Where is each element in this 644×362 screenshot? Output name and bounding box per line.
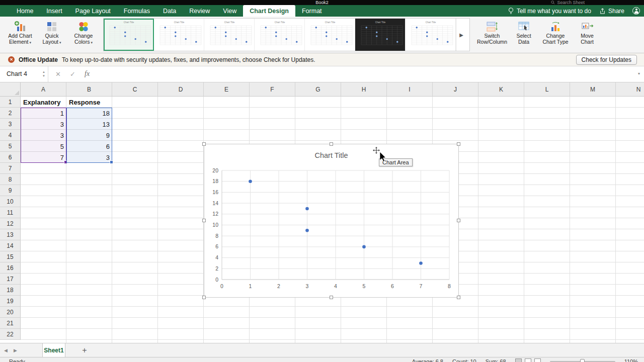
- row-header-16[interactable]: 16: [0, 262, 21, 274]
- cell-A1[interactable]: Explanatory: [21, 97, 66, 108]
- column-header-B[interactable]: B: [66, 82, 112, 97]
- chart-resize-handle[interactable]: [457, 142, 460, 146]
- tab-data[interactable]: Data: [156, 5, 183, 17]
- row-header-14[interactable]: 14: [0, 240, 21, 251]
- column-header-E[interactable]: E: [204, 82, 250, 97]
- tab-chart-design[interactable]: Chart Design: [243, 5, 295, 17]
- cell-A5[interactable]: 5: [21, 141, 66, 152]
- cell-B4[interactable]: 9: [66, 130, 112, 141]
- column-header-C[interactable]: C: [112, 82, 158, 97]
- account-avatar[interactable]: [632, 7, 640, 15]
- row-header-18[interactable]: 18: [0, 285, 21, 296]
- tab-view[interactable]: View: [216, 5, 243, 17]
- sheet-tab-sheet1[interactable]: Sheet1: [42, 343, 65, 357]
- tab-review[interactable]: Review: [183, 5, 216, 17]
- chart-style-thumb-3[interactable]: Chart Title: [204, 19, 255, 51]
- chart-resize-handle[interactable]: [330, 142, 333, 146]
- column-header-K[interactable]: K: [478, 82, 524, 97]
- switch-row-column-button[interactable]: SwitchRow/Column: [477, 19, 507, 45]
- select-data-button[interactable]: SelectData: [509, 19, 539, 45]
- expand-formula-bar-icon[interactable]: ▾: [638, 71, 640, 76]
- tab-format[interactable]: Format: [295, 5, 329, 17]
- row-header-9[interactable]: 9: [0, 185, 21, 196]
- quick-layout-button[interactable]: QuickLayout▾: [37, 19, 67, 45]
- cell-A3[interactable]: 3: [21, 119, 66, 130]
- chart-style-thumb-4[interactable]: Chart Title: [255, 19, 305, 51]
- add-chart-element-button[interactable]: Add ChartElement▾: [5, 19, 35, 45]
- chart-object[interactable]: Chart Title 02468101214161820012345678: [204, 144, 459, 298]
- share-button[interactable]: Share: [599, 8, 624, 15]
- chart-resize-handle[interactable]: [457, 219, 460, 222]
- change-colors-button[interactable]: ChangeColors▾: [68, 19, 99, 45]
- chart-style-thumb-6[interactable]: Chart Title: [355, 19, 406, 51]
- row-header-5[interactable]: 5: [0, 141, 21, 152]
- name-box[interactable]: Chart 4 ▲▼: [0, 66, 48, 82]
- page-break-view-icon[interactable]: [534, 358, 541, 362]
- cell-B1[interactable]: Response: [66, 97, 112, 108]
- search-sheet-box[interactable]: Search Sheet: [551, 0, 585, 5]
- chart-resize-handle[interactable]: [457, 296, 460, 299]
- column-header-H[interactable]: H: [341, 82, 387, 97]
- cell-A4[interactable]: 3: [21, 130, 66, 141]
- change-chart-type-button[interactable]: ChangeChart Type: [540, 19, 571, 45]
- cell-B6[interactable]: 3: [66, 152, 112, 163]
- cell-B5[interactable]: 6: [66, 141, 112, 152]
- column-header-D[interactable]: D: [158, 82, 204, 97]
- row-header-21[interactable]: 21: [0, 318, 21, 329]
- chart-style-thumb-5[interactable]: Chart Title: [305, 19, 355, 51]
- tab-home[interactable]: Home: [10, 5, 40, 17]
- row-header-10[interactable]: 10: [0, 196, 21, 207]
- row-header-4[interactable]: 4: [0, 130, 21, 141]
- chart-resize-handle[interactable]: [202, 142, 206, 146]
- column-header-N[interactable]: N: [616, 82, 644, 97]
- chart-resize-handle[interactable]: [202, 296, 206, 299]
- tell-me-box[interactable]: Tell me what you want to do: [508, 7, 591, 15]
- zoom-knob[interactable]: [580, 359, 585, 362]
- prev-sheet-button[interactable]: ◀: [4, 348, 8, 353]
- chart-style-thumb-2[interactable]: Chart Title: [154, 19, 204, 51]
- add-sheet-button[interactable]: +: [79, 343, 90, 357]
- column-header-A[interactable]: A: [21, 82, 66, 97]
- tab-formulas[interactable]: Formulas: [117, 5, 156, 17]
- row-header-1[interactable]: 1: [0, 97, 21, 108]
- chart-resize-handle[interactable]: [202, 219, 206, 222]
- column-header-F[interactable]: F: [250, 82, 295, 97]
- column-header-J[interactable]: J: [433, 82, 478, 97]
- tab-page-layout[interactable]: Page Layout: [69, 5, 117, 17]
- row-header-20[interactable]: 20: [0, 307, 21, 318]
- gallery-more-button[interactable]: ▶: [456, 19, 466, 51]
- name-box-stepper[interactable]: ▲▼: [42, 70, 45, 78]
- confirm-entry-icon[interactable]: ✓: [70, 70, 75, 78]
- column-header-M[interactable]: M: [570, 82, 616, 97]
- row-header-15[interactable]: 15: [0, 251, 21, 262]
- row-header-13[interactable]: 13: [0, 229, 21, 240]
- row-header-7[interactable]: 7: [0, 163, 21, 174]
- next-sheet-button[interactable]: ▶: [14, 348, 17, 353]
- select-all-corner[interactable]: [0, 82, 21, 97]
- page-layout-view-icon[interactable]: [525, 358, 531, 362]
- chart-title[interactable]: Chart Title: [204, 151, 458, 159]
- row-header-17[interactable]: 17: [0, 274, 21, 285]
- row-header-6[interactable]: 6: [0, 152, 21, 163]
- row-header-11[interactable]: 11: [0, 207, 21, 218]
- cell-A6[interactable]: 7: [21, 152, 66, 163]
- row-header-12[interactable]: 12: [0, 218, 21, 229]
- insert-function-button[interactable]: fx: [85, 70, 90, 78]
- cancel-entry-icon[interactable]: ✕: [55, 70, 61, 78]
- chart-resize-handle[interactable]: [330, 296, 333, 299]
- chart-style-thumb-1[interactable]: Chart Title: [104, 19, 154, 51]
- column-header-L[interactable]: L: [524, 82, 570, 97]
- chart-style-thumb-7[interactable]: Chart Title: [406, 19, 456, 51]
- row-header-2[interactable]: 2: [0, 108, 21, 119]
- row-header-22[interactable]: 22: [0, 329, 21, 340]
- cell-A2[interactable]: 1: [21, 108, 66, 119]
- tab-insert[interactable]: Insert: [40, 5, 68, 17]
- cell-B2[interactable]: 18: [66, 108, 112, 119]
- column-header-I[interactable]: I: [387, 82, 433, 97]
- move-chart-button[interactable]: MoveChart: [572, 19, 602, 45]
- check-for-updates-button[interactable]: Check for Updates: [576, 55, 637, 65]
- normal-view-icon[interactable]: [515, 358, 522, 362]
- row-header-8[interactable]: 8: [0, 174, 21, 185]
- row-header-3[interactable]: 3: [0, 119, 21, 130]
- column-header-G[interactable]: G: [295, 82, 341, 97]
